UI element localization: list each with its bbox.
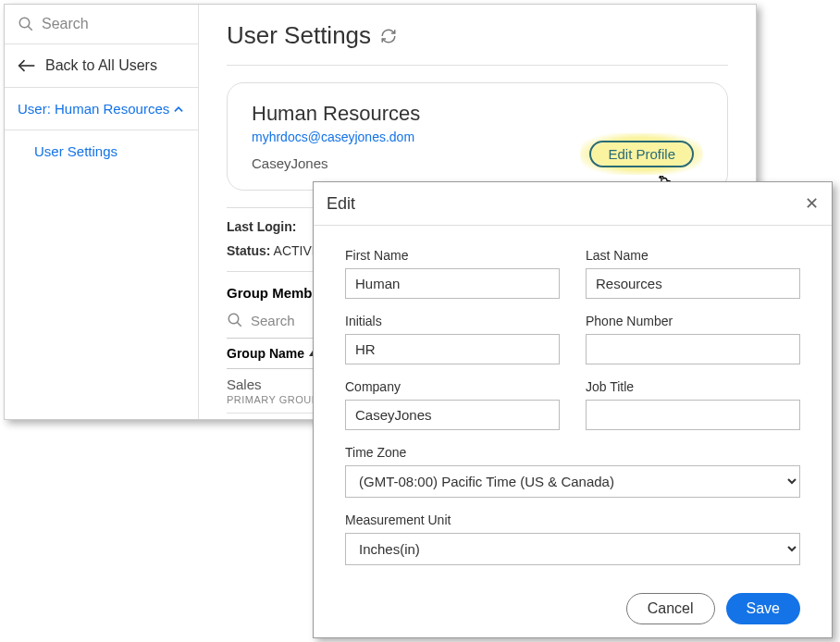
back-label: Back to All Users	[45, 57, 157, 74]
user-expand-label: User: Human Resources	[18, 101, 169, 117]
phone-label: Phone Number	[586, 314, 800, 328]
modal-footer: Cancel Save	[314, 589, 832, 641]
edit-profile-button[interactable]: Edit Profile	[589, 141, 694, 167]
measurement-label: Measurement Unit	[345, 512, 800, 527]
refresh-icon[interactable]	[380, 28, 397, 44]
edit-profile-highlight: Edit Profile	[580, 133, 703, 175]
timezone-label: Time Zone	[345, 445, 800, 460]
svg-line-4	[237, 322, 241, 327]
sidebar-search-placeholder: Search	[42, 16, 89, 32]
last-name-label: Last Name	[586, 248, 800, 263]
measurement-select[interactable]: Inches(in)	[345, 533, 800, 565]
modal-body: First Name Last Name Initials Phone Numb…	[314, 226, 832, 589]
page-title: User Settings	[227, 21, 371, 50]
save-button[interactable]: Save	[726, 593, 800, 624]
arrow-left-icon	[18, 59, 36, 72]
chevron-up-icon	[172, 103, 185, 116]
last-login-label: Last Login:	[227, 219, 296, 234]
svg-point-3	[229, 314, 239, 324]
first-name-field[interactable]	[345, 268, 560, 299]
modal-title: Edit	[327, 194, 355, 214]
job-title-field[interactable]	[586, 400, 800, 430]
modal-header: Edit ✕	[314, 182, 832, 226]
profile-card: Human Resources myhrdocs@caseyjones.dom …	[227, 82, 728, 191]
profile-name: Human Resources	[252, 102, 703, 126]
svg-point-0	[19, 18, 30, 28]
company-field[interactable]	[345, 400, 560, 430]
page-header: User Settings	[227, 14, 728, 66]
edit-modal: Edit ✕ First Name Last Name Initials Pho…	[313, 181, 833, 638]
search-icon	[227, 312, 243, 328]
group-search-placeholder: Search	[251, 313, 295, 328]
group-header-label: Group Name	[227, 346, 304, 361]
cancel-button[interactable]: Cancel	[626, 593, 715, 624]
close-icon[interactable]: ✕	[805, 193, 819, 214]
initials-label: Initials	[345, 314, 560, 328]
job-title-label: Job Title	[586, 379, 800, 394]
first-name-label: First Name	[345, 248, 560, 263]
phone-field[interactable]	[586, 334, 800, 364]
sidebar-item-user-settings[interactable]: User Settings	[5, 130, 198, 172]
svg-line-1	[28, 26, 32, 31]
back-to-all-users[interactable]: Back to All Users	[5, 44, 198, 88]
initials-field[interactable]	[345, 334, 560, 364]
search-icon	[18, 16, 34, 32]
company-label: Company	[345, 379, 560, 394]
last-name-field[interactable]	[586, 268, 800, 299]
user-expand-row[interactable]: User: Human Resources	[5, 88, 198, 130]
sidebar: Search Back to All Users User: Human Res…	[5, 5, 199, 419]
timezone-select[interactable]: (GMT-08:00) Pacific Time (US & Canada)	[345, 465, 800, 498]
status-label: Status:	[227, 243, 270, 258]
sidebar-search[interactable]: Search	[5, 5, 198, 44]
